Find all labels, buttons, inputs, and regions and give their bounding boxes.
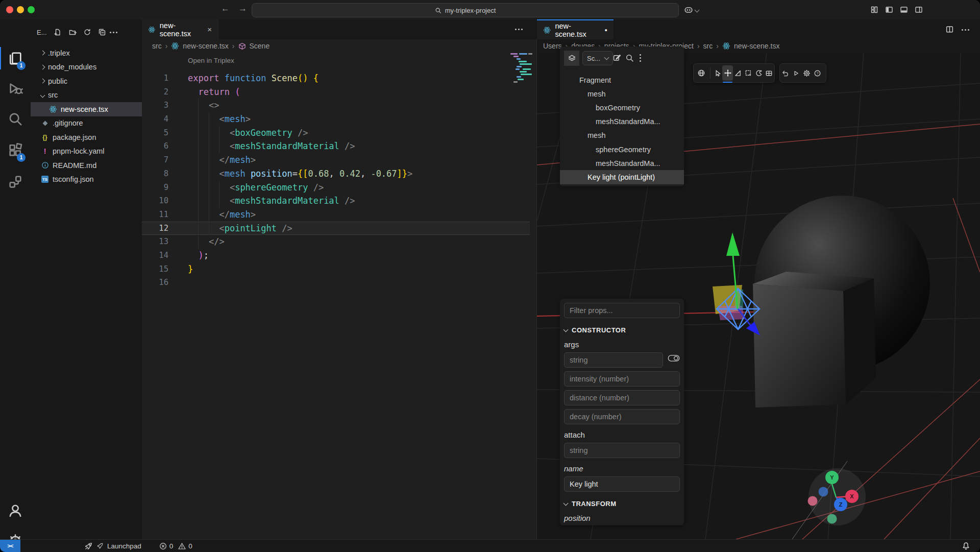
prop-input-key-light[interactable]: Key light	[564, 476, 680, 492]
breadcrumb-item-src[interactable]: src	[152, 42, 162, 50]
world-space-button[interactable]	[694, 65, 708, 81]
copilot-menu[interactable]	[684, 5, 699, 14]
scene-tree-item-spheregeometry[interactable]: sphereGeometry	[560, 142, 684, 156]
problems-status-item[interactable]: 0 0	[159, 542, 192, 550]
filter-props-input[interactable]: Filter props...	[564, 303, 680, 318]
scene-tree-item-meshstandardma[interactable]: meshStandardMa...	[560, 156, 684, 170]
edit-scene-icon[interactable]	[612, 54, 621, 62]
scene-layers-button[interactable]	[564, 51, 579, 66]
sidebar-item-explorer[interactable]: 1	[0, 46, 31, 70]
explorer-item-package-json[interactable]: {}package.json	[31, 130, 142, 145]
chevron-right-icon[interactable]	[40, 51, 45, 56]
explorer-title[interactable]: E...	[37, 29, 47, 36]
section-header-constructor[interactable]: CONSTRUCTOR	[564, 326, 680, 334]
open-in-triplex-codelens[interactable]: Open in Triplex	[188, 57, 234, 64]
new-file-icon[interactable]	[54, 28, 62, 36]
sidebar-item-run-debug[interactable]	[0, 76, 31, 101]
explorer-item-triplex[interactable]: .triplex	[31, 46, 142, 60]
translate-tool-button[interactable]	[722, 65, 732, 81]
command-center-search[interactable]: my-triplex-project	[252, 3, 679, 17]
axis-neg-y-ball[interactable]	[827, 514, 837, 524]
viewport-settings-button[interactable]	[801, 65, 812, 81]
section-header-transform[interactable]: TRANSFORM	[564, 500, 680, 508]
scene-tree-item-key-light-pointlight[interactable]: Key light (pointLight)	[560, 170, 684, 184]
explorer-item-gitignore[interactable]: .gitignore	[31, 116, 142, 131]
axis-neg-x-ball[interactable]	[808, 496, 818, 506]
tab-new-scene-panel[interactable]: new-scene.tsx ●	[537, 19, 614, 39]
breadcrumb-item-users[interactable]: Users	[543, 42, 562, 50]
panels-layout-button[interactable]	[764, 65, 774, 81]
minimap[interactable]	[510, 53, 533, 99]
scene-tree-item-boxgeometry[interactable]: boxGeometry	[560, 101, 684, 114]
sidebar-item-hierarchy[interactable]	[0, 170, 31, 194]
explorer-item-node-modules[interactable]: node_modules	[31, 60, 142, 75]
close-traffic-light[interactable]	[6, 6, 13, 13]
props-fields: CONSTRUCTORargsstringintensity (number)d…	[564, 326, 680, 522]
modified-dot-icon[interactable]: ●	[605, 28, 607, 33]
forward-icon[interactable]: →	[238, 4, 247, 14]
account-button[interactable]	[0, 498, 31, 523]
help-button[interactable]: ?	[812, 65, 823, 81]
close-icon[interactable]: ×	[207, 25, 212, 34]
back-icon[interactable]: ←	[221, 4, 230, 14]
scene-tree-item-mesh[interactable]: mesh	[560, 87, 684, 101]
axis-neg-z-ball[interactable]	[819, 487, 828, 497]
scene-tree-item-fragment[interactable]: Fragment	[560, 73, 684, 87]
breadcrumb-item-src[interactable]: src	[703, 42, 713, 50]
prop-row: Key light	[564, 473, 680, 492]
chevron-right-icon[interactable]	[40, 64, 45, 69]
scale-tool-button[interactable]	[733, 65, 743, 81]
yaml-file-icon: !	[44, 147, 46, 155]
lighting-toggle-button[interactable]	[753, 65, 764, 81]
code-area[interactable]: 1export function Scene() {2 return (3 <>…	[142, 71, 530, 290]
customize-layout-icon[interactable]	[870, 6, 878, 14]
explorer-item-readme-md[interactable]: README.md	[31, 158, 142, 173]
scene-more-icon[interactable]	[640, 57, 641, 59]
prop-input-distance-number[interactable]: distance (number)	[564, 390, 680, 405]
editor-actions-more-icon[interactable]	[518, 29, 520, 30]
gizmo-y-arrow[interactable]	[726, 232, 740, 256]
explorer-item-tsconfig-json[interactable]: TStsconfig.json	[31, 173, 142, 187]
select-tool-button[interactable]	[712, 65, 722, 81]
breadcrumb-item-new-scene-tsx[interactable]: new-scene.tsx	[183, 42, 228, 50]
explorer-more-icon[interactable]	[113, 32, 114, 33]
play-button[interactable]	[791, 65, 801, 81]
explorer-item-src[interactable]: src	[31, 88, 142, 103]
breadcrumb-item-scene[interactable]: Scene	[250, 42, 270, 50]
scene-tree-item-mesh[interactable]: mesh	[560, 129, 684, 142]
minimap-line	[521, 74, 532, 75]
search-scene-icon[interactable]	[625, 54, 634, 62]
scene-select[interactable]: Sc...	[582, 51, 613, 65]
remote-indicator[interactable]: ><	[0, 540, 20, 552]
toggle-panel-icon[interactable]	[900, 6, 908, 14]
launchpad-status-item[interactable]: Launchpad	[84, 542, 141, 550]
toggle-secondary-sidebar-icon[interactable]	[915, 6, 923, 14]
panel-more-icon[interactable]	[965, 29, 966, 31]
collapse-all-icon[interactable]	[98, 28, 106, 36]
tab-new-scene[interactable]: new-scene.tsx ×	[142, 19, 218, 39]
prop-input-decay-number[interactable]: decay (number)	[564, 409, 680, 424]
breadcrumb-item-new-scene-tsx[interactable]: new-scene.tsx	[734, 42, 779, 50]
split-editor-icon[interactable]	[945, 25, 954, 34]
box-mesh[interactable]	[753, 272, 876, 407]
new-folder-icon[interactable]	[68, 28, 77, 36]
minimize-traffic-light[interactable]	[17, 6, 24, 13]
refresh-icon[interactable]	[83, 28, 91, 36]
frame-select-button[interactable]	[743, 65, 753, 81]
prop-input-string[interactable]: string	[564, 352, 663, 368]
prop-type-toggle-icon[interactable]	[668, 354, 680, 362]
notifications-bell-icon[interactable]	[962, 542, 970, 550]
toggle-primary-sidebar-icon[interactable]	[885, 6, 893, 14]
chevron-right-icon[interactable]	[40, 79, 45, 84]
prop-input-string[interactable]: string	[564, 443, 680, 458]
chevron-down-icon[interactable]	[40, 92, 45, 98]
explorer-item-pnpm-lock-yaml[interactable]: !pnpm-lock.yaml	[31, 145, 142, 159]
sidebar-item-extensions[interactable]: 1	[0, 138, 31, 162]
maximize-traffic-light[interactable]	[28, 6, 35, 13]
prop-input-intensity-number[interactable]: intensity (number)	[564, 371, 680, 387]
explorer-item-new-scene-tsx[interactable]: new-scene.tsx	[31, 102, 142, 116]
sidebar-item-search[interactable]	[0, 107, 31, 131]
undo-button[interactable]	[780, 65, 791, 81]
explorer-item-public[interactable]: public	[31, 74, 142, 88]
scene-tree-item-meshstandardma[interactable]: meshStandardMa...	[560, 115, 684, 129]
